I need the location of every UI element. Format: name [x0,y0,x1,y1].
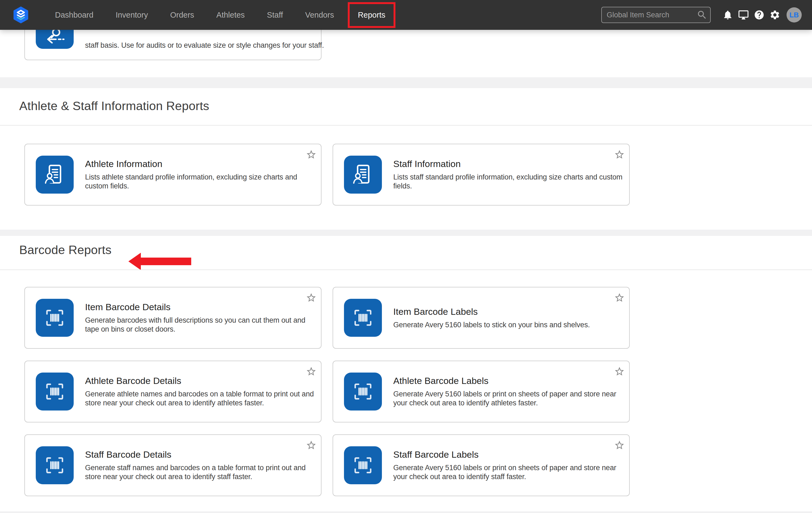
search-icon[interactable] [697,9,707,20]
report-card-description: Generate Avery 5160 labels or print on s… [393,463,629,481]
favorite-star-icon[interactable] [614,366,625,377]
barcode-scan-icon [36,446,74,484]
report-card-description: Generate staff names and barcodes on a t… [85,463,321,481]
report-card-description: Lists staff standard profile information… [393,173,629,191]
barcode-scan-icon [36,373,74,410]
profile-document-icon [344,156,382,194]
top-scrolled-section: staff basis. Use for audits or to evalua… [0,30,812,77]
favorite-star-icon[interactable] [306,440,317,451]
red-annotation-arrow-icon [128,252,191,271]
user-avatar[interactable]: LB [786,7,802,23]
report-card-title: Staff Barcode Labels [393,449,629,460]
report-card-athlete-barcode-labels[interactable]: Athlete Barcode Labels Generate Avery 51… [332,360,630,423]
report-card-title: Athlete Information [85,159,321,169]
report-card-title: Staff Barcode Details [85,449,321,460]
nav-item-inventory[interactable]: Inventory [105,0,159,30]
report-card-description: Generate Avery 5160 labels or print on s… [393,389,629,407]
report-card-description: Generate Avery 5160 labels to stick on y… [393,321,629,329]
nav-item-reports[interactable]: Reports [348,2,396,28]
report-card-staff-barcode-details[interactable]: Staff Barcode Details Generate staff nam… [24,434,321,496]
section-barcode-reports: Barcode Reports Item Barcode Details Gen… [0,236,812,511]
settings-gear-icon[interactable] [769,9,781,21]
profile-document-icon [36,156,74,194]
nav-item-athletes[interactable]: Athletes [205,0,256,30]
report-card-description: Lists athlete standard profile informati… [85,173,321,191]
report-card-staff-barcode-labels[interactable]: Staff Barcode Labels Generate Avery 5160… [332,434,630,496]
report-card-athlete-information[interactable]: Athlete Information Lists athlete standa… [24,144,321,206]
nav-item-orders[interactable]: Orders [159,0,205,30]
report-card-title: Item Barcode Labels [393,306,629,317]
favorite-star-icon[interactable] [306,149,317,160]
report-card-title: Athlete Barcode Details [85,376,321,386]
report-card-description: Generate barcodes with full descriptions… [85,316,321,334]
help-icon[interactable] [754,9,765,21]
report-card-item-barcode-details[interactable]: Item Barcode Details Generate barcodes w… [24,287,321,349]
favorite-star-icon[interactable] [306,366,317,377]
report-card-title: Item Barcode Details [85,302,321,312]
notifications-bell-icon[interactable] [722,9,733,21]
section-athlete-staff-information-reports: Athlete & Staff Information Reports Athl… [0,88,812,230]
global-item-search-input[interactable] [601,7,711,23]
section-title: Barcode Reports [19,243,112,257]
display-monitor-icon[interactable] [738,9,749,21]
favorite-star-icon[interactable] [614,149,625,160]
report-card-title: Athlete Barcode Labels [393,376,629,386]
report-card-staff-information[interactable]: Staff Information Lists staff standard p… [332,144,630,206]
report-card-title: Staff Information [393,159,629,169]
barcode-scan-icon [344,446,382,484]
report-card-description: Generate athlete names and barcodes on a… [85,389,321,407]
nav-item-staff[interactable]: Staff [256,0,294,30]
divider [0,270,812,270]
app-logo-icon[interactable] [13,6,29,24]
favorite-star-icon[interactable] [614,292,625,303]
barcode-scan-icon [344,373,382,410]
main-navigation: Dashboard Inventory Orders Athletes Staf… [44,0,398,30]
favorite-star-icon[interactable] [614,440,625,451]
divider [0,125,812,126]
nav-item-vendors[interactable]: Vendors [294,0,345,30]
barcode-scan-icon [36,299,74,337]
section-title: Athlete & Staff Information Reports [19,99,209,113]
report-card-item-barcode-labels[interactable]: Item Barcode Labels Generate Avery 5160 … [332,287,630,349]
nav-item-dashboard[interactable]: Dashboard [44,0,105,30]
report-card-description: staff basis. Use for audits or to evalua… [85,41,329,50]
favorite-star-icon[interactable] [306,292,317,303]
top-navbar: Dashboard Inventory Orders Athletes Staf… [0,0,812,30]
barcode-scan-icon [344,299,382,337]
report-card-athlete-barcode-details[interactable]: Athlete Barcode Details Generate athlete… [24,360,321,423]
